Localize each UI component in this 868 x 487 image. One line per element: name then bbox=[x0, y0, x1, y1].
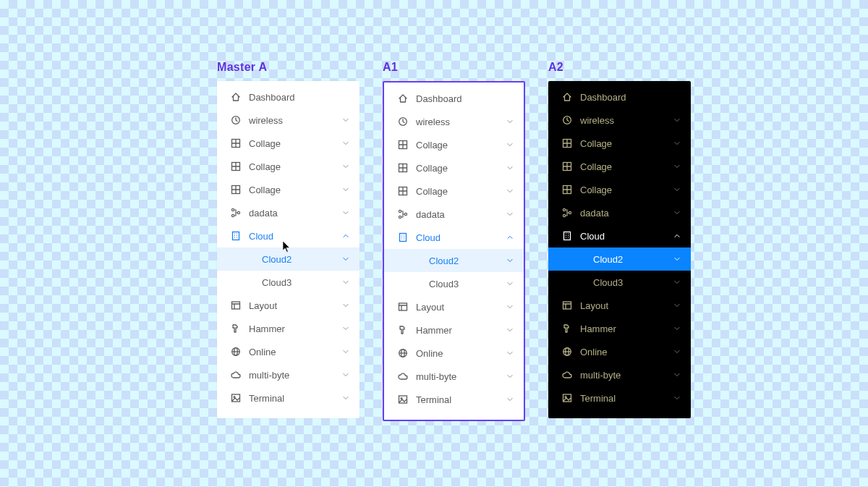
nav-item-cloud3[interactable]: Cloud3 bbox=[217, 271, 359, 294]
nav-item-label: Terminal bbox=[580, 393, 673, 404]
nav-item-cloud[interactable]: Cloud bbox=[548, 224, 691, 247]
chevron-up-icon bbox=[342, 232, 349, 240]
building-icon bbox=[397, 232, 409, 243]
chevron-down-icon bbox=[673, 255, 681, 263]
clock-icon bbox=[561, 114, 573, 126]
nav-item-multibyte[interactable]: multi-byte bbox=[548, 363, 691, 386]
globe-icon bbox=[397, 347, 409, 359]
nav-item-collage[interactable]: Collage bbox=[384, 156, 524, 179]
component-variants-stage: Master A DashboardwirelessCollageCollage… bbox=[217, 61, 691, 421]
nav-item-collage[interactable]: Collage bbox=[217, 178, 359, 201]
nav-item-terminal[interactable]: Terminal bbox=[548, 386, 691, 410]
hammer-icon bbox=[561, 323, 573, 334]
grid-icon bbox=[230, 184, 242, 195]
nav-item-hammer[interactable]: Hammer bbox=[384, 318, 524, 342]
variant-label-a2: A2 bbox=[548, 61, 691, 74]
nav-item-collage[interactable]: Collage bbox=[548, 178, 691, 201]
nav-item-dadata[interactable]: dadata bbox=[217, 201, 359, 224]
nav-item-wireless[interactable]: wireless bbox=[548, 109, 691, 132]
nav-item-label: Layout bbox=[416, 302, 506, 313]
nav-item-layout[interactable]: Layout bbox=[217, 294, 359, 317]
nav-item-label: Collage bbox=[416, 186, 506, 197]
nav-item-collage[interactable]: Collage bbox=[217, 132, 359, 155]
hammer-icon bbox=[397, 324, 409, 336]
nav-item-multibyte[interactable]: multi-byte bbox=[384, 365, 524, 388]
nav-item-cloud2[interactable]: Cloud2 bbox=[384, 249, 524, 272]
nav-item-hammer[interactable]: Hammer bbox=[548, 317, 691, 340]
nav-item-label: Dashboard bbox=[416, 93, 514, 104]
nav-item-label: Collage bbox=[580, 138, 673, 149]
nav-item-label: Cloud bbox=[249, 231, 342, 242]
nav-item-cloud2[interactable]: Cloud2 bbox=[548, 247, 691, 271]
nav-item-online[interactable]: Online bbox=[548, 340, 691, 363]
image-icon bbox=[561, 392, 573, 404]
nav-item-terminal[interactable]: Terminal bbox=[384, 388, 524, 411]
nav-item-collage[interactable]: Collage bbox=[217, 155, 359, 178]
chevron-down-icon bbox=[342, 117, 349, 124]
chevron-down-icon bbox=[506, 164, 514, 171]
nav-item-cloud3[interactable]: Cloud3 bbox=[548, 271, 691, 294]
nav-item-terminal[interactable]: Terminal bbox=[217, 386, 359, 410]
nav-item-label: Cloud3 bbox=[593, 277, 673, 288]
nav-item-cloud3[interactable]: Cloud3 bbox=[384, 272, 524, 295]
chevron-down-icon bbox=[342, 348, 349, 355]
nav-item-label: Online bbox=[249, 347, 342, 357]
image-icon bbox=[397, 394, 409, 405]
nav-item-cloud[interactable]: Cloud bbox=[217, 224, 359, 247]
layout-icon bbox=[397, 301, 409, 313]
nav-item-dashboard[interactable]: Dashboard bbox=[548, 85, 691, 109]
nav-item-label: dadata bbox=[249, 208, 342, 219]
nav-item-wireless[interactable]: wireless bbox=[217, 109, 359, 132]
nav-item-label: Cloud3 bbox=[262, 277, 342, 288]
nav-item-layout[interactable]: Layout bbox=[548, 294, 691, 317]
nav-item-collage[interactable]: Collage bbox=[384, 179, 524, 203]
nav-item-online[interactable]: Online bbox=[217, 340, 359, 363]
nav-item-label: Cloud2 bbox=[262, 254, 342, 265]
nav-item-cloud[interactable]: Cloud bbox=[384, 226, 524, 249]
nav-item-label: multi-byte bbox=[580, 370, 673, 381]
nav-panel-master: DashboardwirelessCollageCollageCollageda… bbox=[217, 81, 359, 418]
chevron-down-icon bbox=[673, 209, 681, 216]
building-icon bbox=[561, 230, 573, 242]
chevron-down-icon bbox=[506, 396, 514, 403]
chevron-down-icon bbox=[673, 348, 681, 355]
nav-item-dadata[interactable]: dadata bbox=[548, 201, 691, 224]
chevron-down-icon bbox=[673, 325, 681, 332]
grid-icon bbox=[561, 184, 573, 195]
grid-icon bbox=[561, 137, 573, 149]
chevron-down-icon bbox=[506, 211, 514, 218]
home-icon bbox=[561, 91, 573, 103]
nav-item-label: Layout bbox=[580, 300, 673, 311]
nav-item-label: Cloud bbox=[580, 231, 673, 242]
nav-item-collage[interactable]: Collage bbox=[548, 132, 691, 155]
nav-item-dadata[interactable]: dadata bbox=[384, 203, 524, 226]
grid-icon bbox=[561, 161, 573, 172]
chevron-down-icon bbox=[673, 302, 681, 309]
globe-icon bbox=[561, 346, 573, 357]
nav-item-wireless[interactable]: wireless bbox=[384, 110, 524, 133]
nav-item-dashboard[interactable]: Dashboard bbox=[217, 85, 359, 109]
variant-column-a2: A2 DashboardwirelessCollageCollageCollag… bbox=[548, 61, 691, 421]
variant-column-a1: A1 DashboardwirelessCollageCollageCollag… bbox=[383, 61, 525, 421]
nav-panel-a1: DashboardwirelessCollageCollageCollageda… bbox=[383, 81, 525, 421]
nav-item-collage[interactable]: Collage bbox=[548, 155, 691, 178]
layout-icon bbox=[230, 300, 242, 311]
nav-item-label: Cloud3 bbox=[429, 279, 506, 289]
chevron-down-icon bbox=[342, 255, 349, 263]
chevron-down-icon bbox=[342, 209, 349, 216]
nav-item-multibyte[interactable]: multi-byte bbox=[217, 363, 359, 386]
nav-item-label: Collage bbox=[249, 185, 342, 195]
home-icon bbox=[230, 91, 242, 103]
nav-item-cloud2[interactable]: Cloud2 bbox=[217, 247, 359, 271]
nav-item-dashboard[interactable]: Dashboard bbox=[384, 87, 524, 110]
chevron-down-icon bbox=[506, 141, 514, 148]
nav-item-label: Collage bbox=[416, 163, 506, 174]
nav-item-online[interactable]: Online bbox=[384, 342, 524, 365]
variant-column-master: Master A DashboardwirelessCollageCollage… bbox=[217, 61, 359, 421]
nav-item-collage[interactable]: Collage bbox=[384, 133, 524, 156]
nav-item-hammer[interactable]: Hammer bbox=[217, 317, 359, 340]
hammer-icon bbox=[230, 323, 242, 334]
nav-item-layout[interactable]: Layout bbox=[384, 295, 524, 318]
chevron-down-icon bbox=[342, 325, 349, 332]
nav-item-label: Collage bbox=[416, 140, 506, 151]
